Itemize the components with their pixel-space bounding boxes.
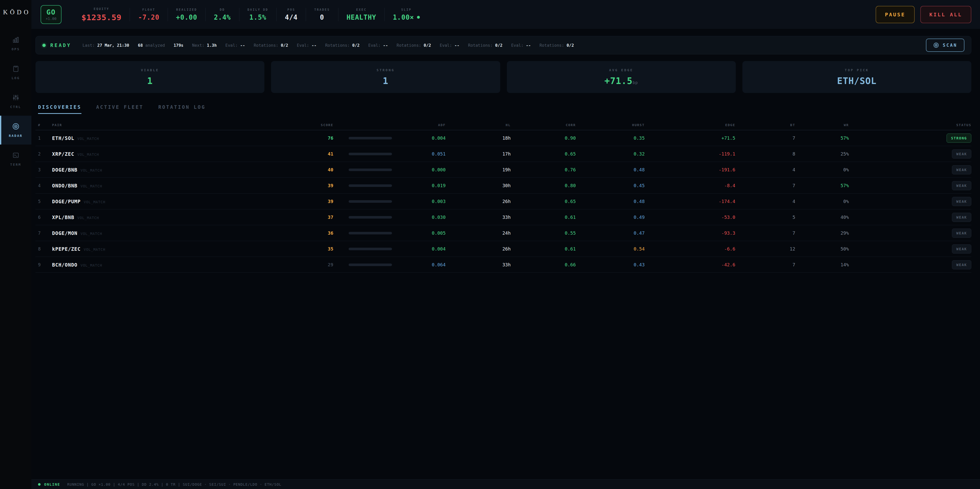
score-value: 29: [303, 262, 333, 268]
sidebar: KŌDO OPS LOG CTRL RADAR TERM: [0, 0, 32, 489]
rotations-item: Rotations: 0/2: [254, 43, 288, 48]
rotations-item: Rotations: 0/2: [468, 43, 503, 48]
bt-value: 7: [735, 262, 795, 268]
hurst-value: 0.48: [576, 167, 645, 172]
status-badge: WEAK: [952, 244, 971, 253]
analyzed-count: 68 analyzed: [138, 43, 165, 48]
sidebar-item-term[interactable]: TERM: [0, 145, 32, 174]
sidebar-item-ctrl[interactable]: CTRL: [0, 87, 32, 116]
wr-value: 57%: [795, 135, 849, 141]
table-row[interactable]: 4 ONDO/BNB VOL_MATCH 39 0.019 30h 0.80 0…: [35, 178, 971, 194]
adf-value: 0.000: [392, 167, 445, 172]
main-column: GO ×1.00 EQUITY $1235.59 FLOAT -7.20 REA…: [32, 0, 980, 489]
eval-item: Eval: --: [225, 43, 245, 48]
corr-value: 0.66: [511, 262, 576, 268]
column-header-adf: ADF: [392, 123, 445, 127]
corr-value: 0.61: [511, 246, 576, 252]
sidebar-item-log[interactable]: LOG: [0, 58, 32, 87]
table-row[interactable]: 3 DOGE/BNB VOL_MATCH 40 0.000 19h 0.76 0…: [35, 162, 971, 178]
scan-button[interactable]: SCAN: [926, 38, 964, 52]
table-header-row: #PAIRSCOREADFHLCORRHURSTEDGEBTWRSTATUS: [35, 120, 971, 130]
header-stat: DAILY DD 1.5%: [239, 8, 277, 21]
score-bar: [348, 232, 392, 234]
sidebar-item-radar[interactable]: RADAR: [0, 116, 32, 145]
bt-value: 8: [735, 151, 795, 156]
hurst-value: 0.48: [576, 199, 645, 204]
hurst-value: 0.43: [576, 262, 645, 268]
score-value: 40: [303, 167, 333, 172]
kill-all-button[interactable]: KILL ALL: [920, 6, 971, 23]
stat-card: AVG EDGE +71.5bp: [507, 61, 736, 93]
pause-button[interactable]: PAUSE: [876, 6, 915, 23]
header-stat: REALIZED +0.00: [168, 8, 205, 21]
score-bar: [348, 248, 392, 250]
eval-rotation-segments: Eval: -- Rotations: 0/2 Eval: -- Rotatio…: [225, 43, 574, 48]
stat-value: 4/4: [285, 14, 298, 21]
corr-value: 0.61: [511, 215, 576, 220]
bt-value: 4: [735, 199, 795, 204]
status-badge: WEAK: [952, 150, 971, 159]
scan-button-label: SCAN: [943, 43, 957, 48]
wr-value: 50%: [795, 246, 849, 252]
tab-active-fleet[interactable]: ACTIVE FLEET: [96, 104, 143, 114]
header-stat: TRADES 0: [306, 8, 338, 21]
row-rank: 1: [38, 135, 52, 141]
header-stat: EQUITY $1235.59: [73, 7, 130, 22]
row-rank: 6: [38, 215, 52, 220]
table-row[interactable]: 9 BCH/ONDO VOL_MATCH 29 0.064 33h 0.66 0…: [35, 257, 971, 273]
footer-summary-text: RUNNING | GO ×1.00 | 4/4 POS | DD 2.4% |…: [67, 483, 282, 486]
table-row[interactable]: 8 kPEPE/ZEC VOL_MATCH 35 0.004 26h 0.61 …: [35, 241, 971, 257]
wr-value: 29%: [795, 230, 849, 236]
stat-value: 2.4%: [214, 14, 231, 21]
sidebar-item-ops[interactable]: OPS: [0, 29, 32, 58]
adf-value: 0.004: [392, 246, 445, 252]
stat-card-suffix: bp: [633, 80, 638, 85]
header-stat: SLIP 1.00×: [385, 8, 428, 21]
scan-meta: Last: 27 Mar, 21:30 68 analyzed 179s Nex…: [83, 43, 574, 48]
header-stat: EXEC HEALTHY: [339, 8, 385, 21]
wr-value: 14%: [795, 262, 849, 268]
pair-name: BCH/ONDO: [52, 262, 78, 268]
table-row[interactable]: 2 XRP/ZEC VOL_MATCH 41 0.051 17h 0.65 0.…: [35, 146, 971, 162]
table-row[interactable]: 7 DOGE/MON VOL_MATCH 36 0.005 24h 0.55 0…: [35, 225, 971, 241]
row-rank: 2: [38, 151, 52, 156]
pair-tag: VOL_MATCH: [81, 263, 102, 268]
hl-value: 26h: [445, 246, 511, 252]
table-row[interactable]: 6 XPL/BNB VOL_MATCH 37 0.030 33h 0.61 0.…: [35, 209, 971, 225]
score-value: 36: [303, 230, 333, 236]
hurst-value: 0.49: [576, 215, 645, 220]
column-header-hurst: HURST: [576, 123, 645, 127]
sidebar-item-label: CTRL: [10, 105, 21, 109]
eval-item: Eval: --: [511, 43, 531, 48]
row-rank: 9: [38, 262, 52, 268]
mode-go-badge[interactable]: GO ×1.00: [41, 5, 62, 24]
score-value: 39: [303, 199, 333, 204]
stat-label: TRADES: [314, 8, 330, 11]
stat-value: 1.00×: [393, 14, 420, 21]
top-header: GO ×1.00 EQUITY $1235.59 FLOAT -7.20 REA…: [32, 0, 980, 29]
tab-discoveries[interactable]: DISCOVERIES: [38, 104, 81, 114]
stat-card-label: VIABLE: [141, 68, 159, 72]
terminal-icon: [12, 151, 20, 160]
hurst-value: 0.35: [576, 135, 645, 141]
column-header-bt: BT: [735, 123, 795, 127]
bt-value: 12: [735, 246, 795, 252]
column-header-wr: WR: [795, 123, 849, 127]
pair-tag: VOL_MATCH: [81, 168, 102, 172]
online-status-label: ONLINE: [44, 483, 60, 486]
table-row[interactable]: 5 DOGE/PUMP VOL_MATCH 39 0.003 26h 0.65 …: [35, 194, 971, 209]
online-status-dot: [38, 483, 41, 486]
radar-icon: [933, 42, 939, 48]
stat-card-label: STRONG: [376, 68, 395, 72]
edge-value: -6.6: [645, 246, 735, 252]
ready-status-label: READY: [50, 42, 71, 48]
adf-value: 0.030: [392, 215, 445, 220]
scan-status-panel: READY Last: 27 Mar, 21:30 68 analyzed 17…: [35, 36, 971, 54]
stat-card: VIABLE 1: [35, 61, 264, 93]
corr-value: 0.55: [511, 230, 576, 236]
table-row[interactable]: 1 ETH/SOL VOL_MATCH 76 0.004 18h 0.90 0.…: [35, 130, 971, 146]
hurst-value: 0.47: [576, 230, 645, 236]
adf-value: 0.004: [392, 135, 445, 141]
tab-rotation-log[interactable]: ROTATION LOG: [158, 104, 205, 114]
stat-value: HEALTHY: [347, 14, 376, 21]
